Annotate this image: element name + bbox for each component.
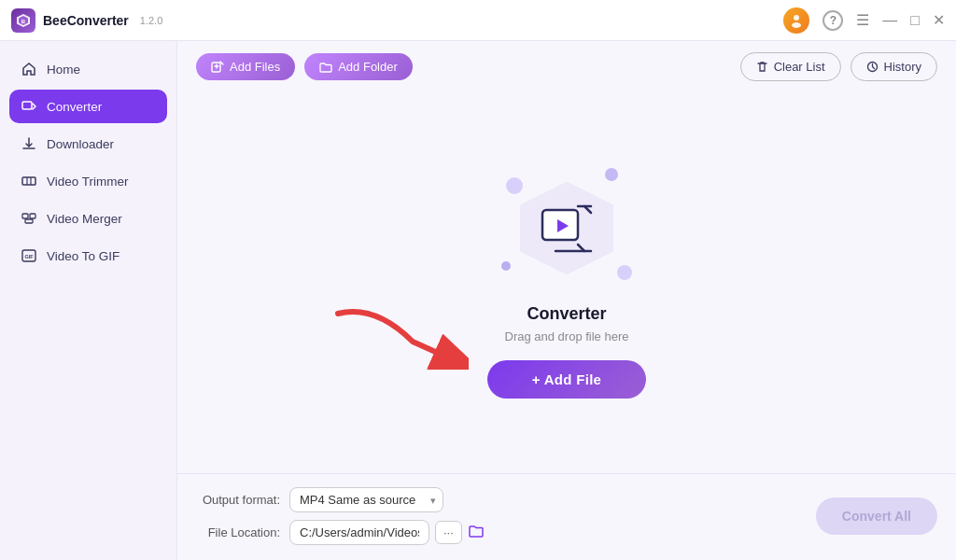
video-to-gif-icon: GIF [21,247,37,264]
sidebar-item-video-merger[interactable]: Video Merger [9,202,167,235]
output-format-label: Output format: [196,493,280,507]
sidebar-item-downloader[interactable]: Downloader [9,127,167,161]
location-folder-button[interactable] [468,523,485,543]
location-row: File Location: ··· [196,520,485,545]
history-button[interactable]: History [851,52,937,81]
add-folder-icon [319,61,332,74]
sidebar-item-video-to-gif-label: Video To GIF [47,249,120,263]
converter-icon-container [506,168,627,289]
home-icon [21,61,37,77]
sidebar-item-converter[interactable]: Converter [9,90,167,123]
minimize-button[interactable]: — [882,12,897,29]
trash-icon [756,61,768,73]
bubble-2 [605,168,618,181]
svg-rect-11 [25,219,33,223]
add-files-icon [211,61,224,74]
svg-rect-6 [22,177,35,185]
converter-icon [21,98,37,115]
app-logo: B [11,8,35,33]
sidebar-item-downloader-label: Downloader [47,137,114,151]
toolbar: Add Files Add Folder Clear List [177,41,956,92]
svg-rect-9 [22,214,28,218]
file-location-input[interactable] [289,520,429,545]
add-files-label: Add Files [230,60,280,74]
format-select[interactable]: MP4 Same as source MP4 720p MP4 1080p AV… [289,487,443,512]
help-button[interactable]: ? [822,10,843,31]
downloader-icon [21,135,37,152]
video-merger-icon [21,210,37,227]
close-button[interactable]: ✕ [933,11,945,29]
bottom-bar: Output format: MP4 Same as source MP4 72… [177,473,956,560]
drop-zone-subtitle: Drag and drop file here [505,329,629,343]
user-avatar[interactable] [783,7,809,34]
convert-all-button[interactable]: Convert All [816,497,937,535]
main-layout: Home Converter Downloader [0,41,956,560]
svg-point-3 [794,15,799,21]
add-file-button[interactable]: + Add File [487,360,647,399]
svg-point-4 [792,22,801,28]
menu-button[interactable]: ☰ [856,11,869,29]
format-row: Output format: MP4 Same as source MP4 72… [196,487,485,512]
toolbar-right: Clear List History [740,52,937,81]
svg-text:B: B [21,18,26,23]
drop-zone: Converter Drag and drop file here + Add … [177,92,956,473]
sidebar: Home Converter Downloader [0,41,177,560]
add-files-button[interactable]: Add Files [196,53,295,80]
sidebar-item-video-merger-label: Video Merger [47,212,122,226]
add-folder-label: Add Folder [338,60,398,74]
bubble-1 [506,177,523,194]
svg-rect-5 [22,102,32,109]
history-icon [866,61,879,73]
file-location-label: File Location: [196,525,280,539]
toolbar-left: Add Files Add Folder [196,53,413,80]
maximize-button[interactable]: □ [910,12,920,29]
location-input-group: ··· [289,520,485,545]
bottom-left: Output format: MP4 Same as source MP4 72… [196,487,485,545]
folder-icon [468,523,485,539]
content-area: Add Files Add Folder Clear List [177,41,956,560]
sidebar-item-home[interactable]: Home [9,52,167,86]
location-dots-button[interactable]: ··· [435,521,462,544]
title-bar: B BeeConverter 1.2.0 ? ☰ — □ ✕ [0,0,956,41]
app-name: BeeConverter [43,13,129,28]
clear-list-label: Clear List [774,60,825,74]
sidebar-item-video-trimmer[interactable]: Video Trimmer [9,164,167,198]
sidebar-item-video-to-gif[interactable]: GIF Video To GIF [9,239,167,273]
history-label: History [884,60,921,74]
sidebar-item-home-label: Home [47,63,80,77]
app-version: 1.2.0 [140,15,162,26]
title-bar-left: B BeeConverter 1.2.0 [11,8,162,33]
add-folder-button[interactable]: Add Folder [304,53,413,80]
drop-zone-title: Converter [527,304,606,324]
clear-list-button[interactable]: Clear List [740,52,841,81]
convert-video-icon [539,203,595,255]
sidebar-item-video-trimmer-label: Video Trimmer [47,175,129,189]
sidebar-item-converter-label: Converter [47,100,102,114]
title-bar-right: ? ☰ — □ ✕ [783,7,945,34]
bubble-3 [501,261,511,271]
svg-text:GIF: GIF [24,254,34,259]
svg-rect-10 [30,214,35,218]
arrow-pointer [319,295,469,370]
format-select-wrapper: MP4 Same as source MP4 720p MP4 1080p AV… [289,487,443,512]
video-trimmer-icon [21,173,37,189]
bubble-4 [617,265,632,280]
